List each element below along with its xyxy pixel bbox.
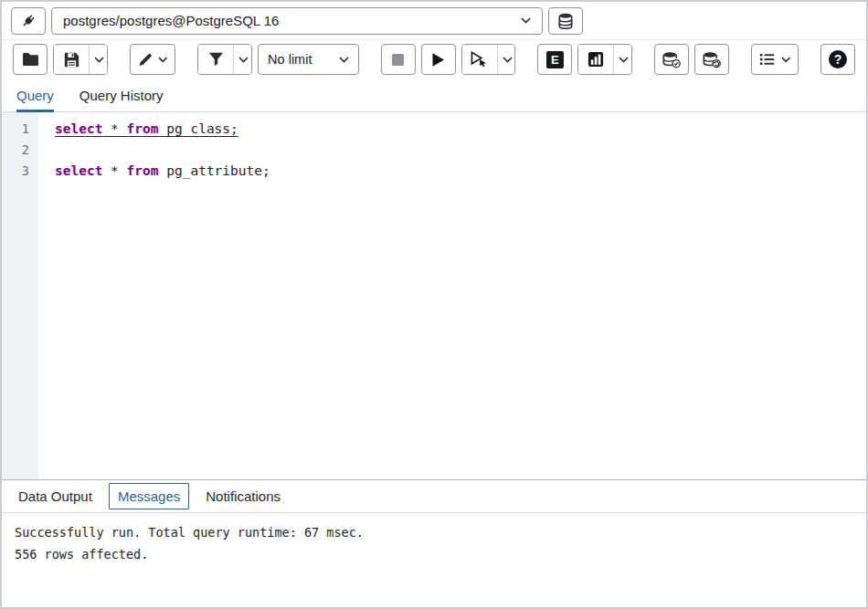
execute-script-group (461, 44, 516, 75)
messages-panel: Successfully run. Total query runtime: 6… (2, 512, 866, 607)
save-icon (64, 52, 79, 68)
code-line: select * from pg_class; (38, 119, 238, 140)
chevron-down-icon (781, 57, 790, 63)
chevron-down-icon (503, 57, 513, 63)
open-file-button[interactable] (13, 44, 48, 75)
connection-selector-value: postgres/postgres@PostgreSQL 16 (63, 13, 279, 28)
save-options-button[interactable] (89, 45, 108, 74)
tab-query-history[interactable]: Query History (79, 79, 164, 111)
line-number: 2 (2, 140, 38, 161)
explain-button[interactable]: E (537, 44, 572, 75)
filter-button-group (197, 44, 252, 75)
message-line: 556 rows affected. (15, 543, 853, 565)
tab-query-history-label: Query History (79, 88, 164, 103)
stop-icon (391, 53, 405, 67)
connection-bar: postgres/postgres@PostgreSQL 16 (2, 2, 866, 40)
sql-editor[interactable]: 1select * from pg_class;23select * from … (2, 112, 866, 479)
folder-icon (22, 52, 39, 67)
tab-query[interactable]: Query (16, 79, 54, 111)
code-line (38, 140, 55, 161)
database-commit-icon (662, 51, 681, 68)
macros-menu-button[interactable] (751, 44, 799, 75)
code-line: select * from pg_attribute; (38, 161, 270, 182)
explain-options-button[interactable] (613, 45, 632, 74)
editor-tab-row: Query Query History (2, 79, 866, 112)
bar-chart-icon (587, 51, 604, 68)
chevron-down-icon (521, 17, 531, 24)
output-tab-bar: Data Output Messages Notifications (2, 479, 866, 512)
stop-button[interactable] (381, 44, 416, 75)
explain-icon: E (546, 51, 564, 68)
tab-query-label: Query (16, 88, 54, 103)
chevron-down-icon (619, 57, 629, 63)
help-icon: ? (829, 50, 847, 68)
filter-options-button[interactable] (233, 45, 252, 74)
row-limit-value: No limit (268, 52, 312, 67)
filter-icon (208, 52, 224, 67)
chevron-down-icon (339, 57, 349, 63)
line-number: 1 (2, 119, 38, 140)
macros-list-icon (759, 52, 775, 67)
chevron-down-icon (94, 57, 104, 63)
row-limit-select[interactable]: No limit (258, 44, 358, 75)
explain-analyze-button[interactable] (578, 45, 613, 74)
line-number: 3 (2, 161, 38, 182)
editor-line[interactable]: 1select * from pg_class; (2, 119, 866, 140)
save-button[interactable] (54, 45, 89, 74)
execute-button[interactable] (421, 44, 456, 75)
editor-line[interactable]: 3select * from pg_attribute; (2, 161, 866, 182)
chevron-down-icon (238, 57, 249, 63)
commit-button[interactable] (654, 44, 689, 75)
database-rollback-icon (703, 51, 721, 68)
query-tool-window: postgres/postgres@PostgreSQL 16 (0, 0, 868, 609)
tab-messages[interactable]: Messages (109, 483, 189, 509)
messages-body: Successfully run. Total query runtime: 6… (15, 521, 853, 565)
execute-script-button[interactable] (462, 45, 497, 74)
editor-lines: 1select * from pg_class;23select * from … (2, 119, 866, 182)
execute-options-button[interactable] (497, 45, 516, 74)
rollback-button[interactable] (694, 44, 729, 75)
play-cursor-icon (471, 51, 488, 68)
database-icon (558, 13, 573, 29)
play-icon (431, 52, 445, 68)
save-button-group (53, 44, 108, 75)
chevron-down-icon (158, 57, 167, 63)
editor-line[interactable]: 2 (2, 140, 866, 161)
help-button[interactable]: ? (820, 44, 855, 75)
tab-data-output[interactable]: Data Output (15, 484, 96, 509)
plug-icon (19, 12, 37, 30)
tab-notifications[interactable]: Notifications (202, 484, 284, 509)
explain-analyze-group (577, 44, 632, 75)
pencil-icon (138, 52, 153, 68)
connection-status-button[interactable] (11, 7, 46, 35)
new-connection-button[interactable] (548, 7, 583, 35)
filter-button[interactable] (198, 45, 233, 74)
message-line: Successfully run. Total query runtime: 6… (15, 521, 853, 543)
query-toolbar: No limit (2, 40, 866, 79)
connection-selector[interactable]: postgres/postgres@PostgreSQL 16 (51, 7, 543, 35)
edit-menu-button[interactable] (130, 44, 176, 75)
